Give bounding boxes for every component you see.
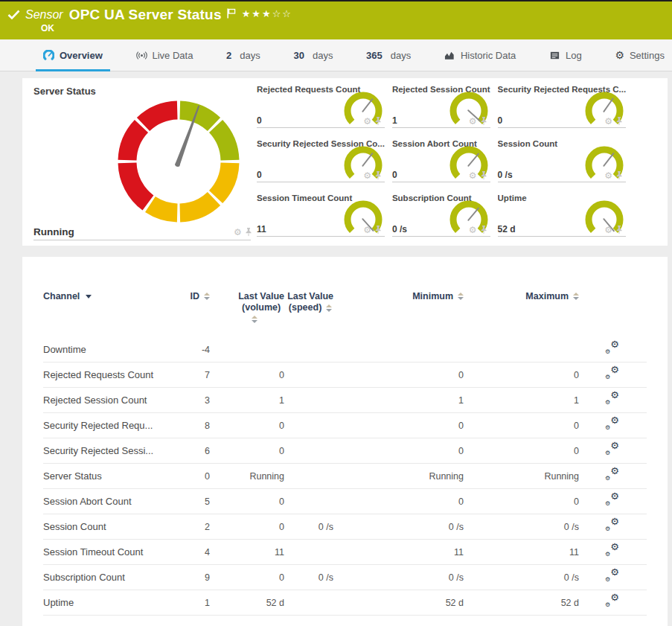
pin-icon[interactable] xyxy=(480,117,487,126)
gauge-value: 1 xyxy=(392,115,397,126)
column-label: Minimum xyxy=(412,291,453,301)
gear-icon[interactable]: ⚙ xyxy=(469,171,477,180)
table-row: Downtime -4 ⚙⚙ xyxy=(43,337,647,362)
channel-name: Session Timeout Count xyxy=(43,546,177,558)
channel-settings-icon[interactable]: ⚙⚙ xyxy=(604,443,619,456)
tab-label: Historic Data xyxy=(461,50,516,61)
column-header-last-value-volume[interactable]: Last Value (volume) xyxy=(238,291,284,323)
channel-settings-icon[interactable]: ⚙⚙ xyxy=(604,544,619,558)
maximum-value: 0 xyxy=(574,370,579,380)
gear-icon[interactable]: ⚙ xyxy=(363,117,371,126)
gauge-actions[interactable]: ⚙ xyxy=(604,226,623,234)
channel-settings-icon[interactable]: ⚙⚙ xyxy=(604,519,619,532)
gauge-value: 0 xyxy=(257,170,262,180)
pin-icon[interactable] xyxy=(615,117,623,126)
gauge-value: 0 xyxy=(257,115,262,126)
gauge-value: 11 xyxy=(257,224,266,234)
tab-2-days[interactable]: 2 days xyxy=(219,39,268,71)
priority-stars[interactable]: ★★★☆☆ xyxy=(242,8,292,19)
last-value-volume: 0 xyxy=(279,370,284,380)
last-value-volume: 0 xyxy=(279,522,284,532)
pin-icon[interactable] xyxy=(480,226,487,234)
channel-id: 9 xyxy=(205,572,210,583)
channels-panel: Channel ID Last Value (volume) Last Valu… xyxy=(22,257,668,626)
minimum-value: 11 xyxy=(454,547,464,558)
sort-icon xyxy=(573,293,579,300)
gear-icon[interactable]: ⚙ xyxy=(363,226,371,234)
pin-icon[interactable] xyxy=(615,226,623,234)
gear-icon: ⚙ xyxy=(615,50,624,60)
tab-settings[interactable]: ⚙ Settings xyxy=(607,39,672,71)
pin-icon[interactable] xyxy=(374,226,382,234)
table-header-row: Channel ID Last Value (volume) Last Valu… xyxy=(43,288,647,337)
column-label: (speed) xyxy=(289,302,321,313)
tab-bar: Overview Live Data 2 days 30 days 365 da… xyxy=(0,39,672,71)
gauge-actions[interactable]: ⚙ xyxy=(363,226,382,234)
table-row: Uptime 1 52 d 52 d 52 d ⚙⚙ xyxy=(43,590,647,616)
column-header-minimum[interactable]: Minimum xyxy=(412,291,464,301)
pin-icon[interactable] xyxy=(245,228,252,237)
gauge-actions[interactable]: ⚙ xyxy=(363,171,382,180)
minimum-value: Running xyxy=(429,471,464,482)
table-row: Security Rejected Sessi... 6 0 0 0 ⚙⚙ xyxy=(43,438,647,464)
channel-id: -4 xyxy=(202,345,210,355)
gauge-actions[interactable]: ⚙ xyxy=(604,171,623,180)
log-list-icon xyxy=(549,50,560,61)
column-header-maximum[interactable]: Maximum xyxy=(525,291,579,301)
gear-icon[interactable]: ⚙ xyxy=(604,117,612,126)
priority-flag-icon[interactable] xyxy=(227,8,236,19)
minimum-value: 0 xyxy=(458,446,464,456)
gear-icon[interactable]: ⚙ xyxy=(604,226,612,234)
mini-gauge-cell: Rejected Session Count 1 ⚙ xyxy=(392,85,490,128)
gear-icon[interactable]: ⚙ xyxy=(234,228,242,237)
gauge-actions[interactable]: ⚙ xyxy=(604,117,623,126)
column-label: (volume) xyxy=(242,302,281,313)
channel-id: 5 xyxy=(205,496,210,507)
channel-settings-icon[interactable]: ⚙⚙ xyxy=(604,468,619,482)
channel-settings-icon[interactable]: ⚙⚙ xyxy=(604,595,619,608)
table-row: Security Rejected Requ... 8 0 0 0 ⚙⚙ xyxy=(43,413,647,438)
gauge-actions[interactable]: ⚙ xyxy=(469,226,487,234)
tab-historic-data[interactable]: Historic Data xyxy=(437,39,523,71)
column-header-id[interactable]: ID xyxy=(191,291,211,301)
gauge-actions[interactable]: ⚙ xyxy=(363,117,382,126)
pin-icon[interactable] xyxy=(615,171,623,180)
last-value-volume: 0 xyxy=(279,446,284,456)
channel-name: Session Count xyxy=(43,521,177,532)
last-value-volume: 11 xyxy=(275,547,284,558)
channel-settings-icon[interactable]: ⚙⚙ xyxy=(604,342,619,355)
column-header-last-value-speed[interactable]: Last Value (speed) xyxy=(287,291,333,313)
tab-log[interactable]: Log xyxy=(542,39,589,71)
tab-number: 365 xyxy=(366,50,383,61)
gauge-actions[interactable]: ⚙ xyxy=(469,171,487,180)
tab-label: Log xyxy=(566,50,582,61)
tab-overview[interactable]: Overview xyxy=(36,39,110,71)
tab-30-days[interactable]: 30 days xyxy=(286,39,340,71)
tab-365-days[interactable]: 365 days xyxy=(359,39,418,71)
column-label: Channel xyxy=(43,291,80,301)
gear-icon[interactable]: ⚙ xyxy=(363,171,371,180)
main-gauge-value: Running xyxy=(33,226,74,237)
maximum-value: 0 xyxy=(574,421,579,431)
last-value-speed: 0 /s xyxy=(319,522,333,532)
column-header-channel[interactable]: Channel xyxy=(43,291,177,301)
channel-settings-icon[interactable]: ⚙⚙ xyxy=(604,569,619,583)
pin-icon[interactable] xyxy=(374,117,382,126)
channel-id: 0 xyxy=(205,471,210,482)
gear-icon[interactable]: ⚙ xyxy=(469,117,477,126)
channel-settings-icon[interactable]: ⚙⚙ xyxy=(604,392,619,406)
mini-gauge-grid: Rejected Requests Count 0 ⚙ Rejected Ses… xyxy=(257,85,597,237)
channel-settings-icon[interactable]: ⚙⚙ xyxy=(604,494,619,507)
channel-settings-icon[interactable]: ⚙⚙ xyxy=(604,367,619,380)
minimum-value: 0 xyxy=(458,496,464,507)
gear-icon[interactable]: ⚙ xyxy=(604,171,612,180)
gauge-actions[interactable]: ⚙ xyxy=(469,117,487,126)
channel-settings-icon[interactable]: ⚙⚙ xyxy=(604,418,619,431)
gear-icon[interactable]: ⚙ xyxy=(469,226,477,234)
pin-icon[interactable] xyxy=(374,171,382,180)
gauge-value: 52 d xyxy=(498,224,516,234)
tab-live-data[interactable]: Live Data xyxy=(129,39,201,71)
gauge-actions[interactable]: ⚙ xyxy=(234,228,252,237)
pin-icon[interactable] xyxy=(480,171,487,180)
minimum-value: 0 xyxy=(458,421,464,431)
